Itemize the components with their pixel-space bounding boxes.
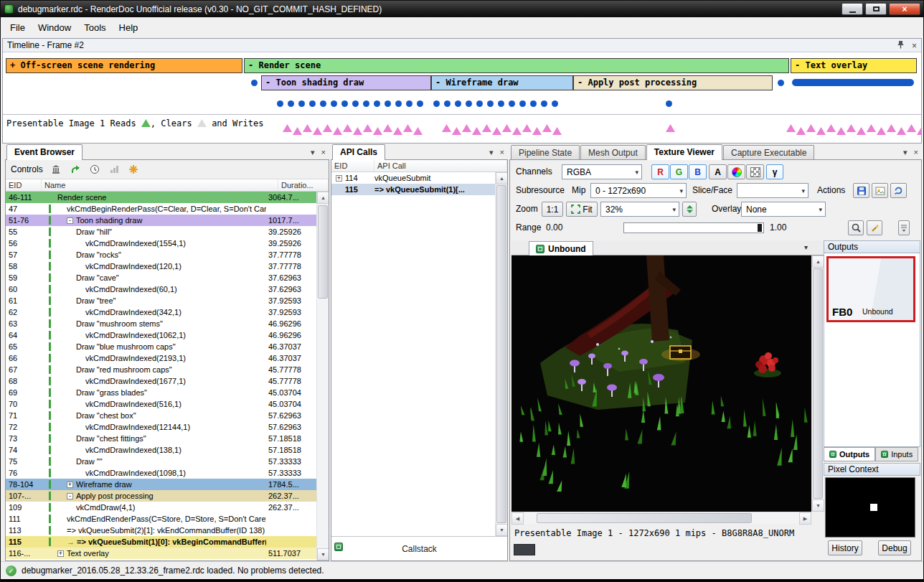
draw-call-dot[interactable]	[466, 100, 472, 107]
channel-red-button[interactable]: R	[651, 164, 669, 179]
event-row[interactable]: 113=> vkQueueSubmit(2)[1]: vkEndCommandB…	[6, 525, 316, 536]
draw-call-dot[interactable]	[331, 100, 337, 107]
save-texture-button[interactable]	[853, 183, 869, 198]
channels-select[interactable]: RGBA▾	[562, 164, 642, 179]
mip-select[interactable]: 0 - 1272x690▾	[590, 183, 687, 198]
event-row[interactable]: 57Draw "rocks"37.77778	[6, 249, 316, 261]
tab-event-browser[interactable]: Event Browser	[6, 144, 82, 160]
draw-call-dot[interactable]	[374, 100, 380, 107]
draw-call-dot[interactable]	[363, 100, 369, 107]
close-icon[interactable]: ×	[912, 41, 917, 51]
draw-call-dot[interactable]	[352, 100, 359, 107]
tab-api-calls[interactable]: API Calls	[332, 144, 385, 160]
chevron-down-icon[interactable]: ▾	[489, 148, 494, 157]
write-marker[interactable]	[917, 127, 921, 135]
write-marker[interactable]	[343, 124, 352, 132]
fb0-thumbnail[interactable]: FB0 Unbound	[826, 256, 915, 322]
background-checker-button[interactable]	[746, 164, 764, 179]
menu-tools[interactable]: Tools	[77, 19, 112, 36]
write-marker[interactable]	[363, 124, 372, 132]
timeline-bar-post-processing[interactable]: - Apply post processing	[573, 75, 773, 90]
maximize-button[interactable]	[865, 3, 887, 15]
draw-call-dot[interactable]	[666, 100, 672, 107]
event-row[interactable]: 59Draw "cave"37.62963	[6, 272, 316, 283]
column-duration[interactable]: Duratio...	[278, 179, 329, 191]
draw-call-dot[interactable]	[251, 80, 258, 86]
event-row[interactable]: 51-76-Toon shading draw1017.7...	[6, 215, 316, 226]
write-marker[interactable]	[472, 127, 481, 135]
event-row[interactable]: 78-104+Wireframe draw1784.5...	[6, 479, 316, 490]
api-calls-scrollbar[interactable]: ▲ ▼	[495, 172, 507, 536]
draw-call-dot[interactable]	[519, 100, 526, 107]
event-row[interactable]: 56vkCmdDrawIndexed(1554,1)39.25926	[6, 238, 316, 249]
event-row[interactable]: 67Draw "red mushroom caps"45.77778	[6, 364, 316, 375]
scrollbar-thumb[interactable]	[318, 205, 328, 299]
time-draws-icon[interactable]	[88, 163, 101, 176]
draw-call-dot[interactable]	[298, 100, 305, 107]
draw-call-dot[interactable]	[476, 100, 483, 107]
write-marker[interactable]	[373, 127, 382, 135]
tree-expander[interactable]: -	[67, 493, 73, 499]
timeline-bar-text-overlay[interactable]: - Text overlay	[791, 58, 917, 73]
column-eid[interactable]: EID	[6, 179, 42, 191]
draw-call-dot[interactable]	[341, 100, 348, 107]
event-row[interactable]: 68vkCmdDrawIndexed(1677,1)45.77778	[6, 375, 316, 387]
history-button[interactable]: History	[828, 540, 862, 555]
close-icon[interactable]: ×	[914, 148, 918, 157]
tab-mesh-output[interactable]: Mesh Output	[580, 145, 646, 160]
scroll-up-icon[interactable]: ▲	[317, 192, 329, 204]
timeline-bar-toon-shading[interactable]: - Toon shading draw	[261, 75, 431, 90]
texture-vertical-scrollbar[interactable]: ▲ ▼	[811, 255, 824, 512]
draw-call-dot[interactable]	[530, 100, 537, 107]
zoom-1-1-button[interactable]: 1:1	[542, 202, 563, 217]
write-marker[interactable]	[383, 124, 392, 132]
draw-call-dot[interactable]	[277, 100, 283, 107]
event-row[interactable]: 69Draw "grass blades"45.03704	[6, 387, 316, 398]
write-marker[interactable]	[283, 124, 292, 132]
write-marker[interactable]	[542, 124, 552, 132]
tree-expander[interactable]: +	[336, 175, 342, 182]
gamma-button[interactable]: γ	[766, 164, 783, 179]
write-marker[interactable]	[512, 127, 522, 135]
close-icon[interactable]: ×	[321, 148, 326, 157]
event-browser-scrollbar[interactable]: ▲ ▼	[316, 192, 329, 560]
column-api-call[interactable]: API Call	[374, 160, 507, 172]
texture-horizontal-scrollbar[interactable]: ◀ ▶	[512, 512, 811, 524]
write-marker[interactable]	[887, 124, 896, 132]
capture-icon[interactable]	[50, 163, 62, 176]
tree-expander[interactable]: -	[67, 217, 73, 224]
draw-call-dot[interactable]	[406, 100, 412, 107]
write-marker[interactable]	[847, 124, 856, 132]
event-row[interactable]: 73Draw "chest fittings"57.18518	[6, 433, 316, 444]
channel-green-button[interactable]: G	[670, 164, 688, 179]
range-slider[interactable]	[623, 222, 764, 233]
event-row[interactable]: 115→=> vkQueueSubmit(1)[0]: vkBeginComma…	[6, 536, 316, 548]
write-marker[interactable]	[907, 124, 916, 132]
event-row[interactable]: 66vkCmdDrawIndexed(2193,1)46.37037	[6, 352, 316, 364]
write-marker[interactable]	[393, 127, 402, 135]
write-marker[interactable]	[313, 127, 322, 135]
event-row[interactable]: 47vkCmdBeginRenderPass(C=Clear, D=Clear,…	[6, 203, 316, 215]
zoom-range-button[interactable]	[848, 220, 864, 235]
scroll-left-icon[interactable]: ◀	[512, 512, 524, 525]
overlay-select[interactable]: None▾	[741, 202, 826, 217]
menu-file[interactable]: File	[4, 19, 32, 36]
timeline-body[interactable]: + Off-screen scene rendering - Render sc…	[3, 52, 921, 143]
write-marker[interactable]	[816, 127, 826, 135]
event-row[interactable]: 116-...+Text overlay511.7037	[6, 548, 316, 559]
draw-call-dot[interactable]	[320, 100, 326, 107]
column-eid[interactable]: EID	[331, 160, 374, 172]
event-row[interactable]: 72vkCmdDrawIndexed(12144,1)57.62963	[6, 421, 316, 433]
write-marker[interactable]	[502, 124, 512, 132]
draw-call-dot[interactable]	[417, 100, 423, 107]
chevron-down-icon[interactable]: ▾	[903, 148, 908, 157]
column-name[interactable]: Name	[42, 179, 278, 191]
pixel-context-view[interactable]	[825, 477, 915, 538]
write-marker[interactable]	[462, 124, 471, 132]
write-marker[interactable]	[552, 127, 562, 135]
write-marker[interactable]	[897, 127, 906, 135]
write-marker[interactable]	[492, 127, 501, 135]
write-marker[interactable]	[333, 127, 342, 135]
texture-tab-unbound[interactable]: Unbound	[529, 241, 593, 255]
event-row[interactable]: 60vkCmdDrawIndexed(60,1)37.62963	[6, 283, 316, 295]
